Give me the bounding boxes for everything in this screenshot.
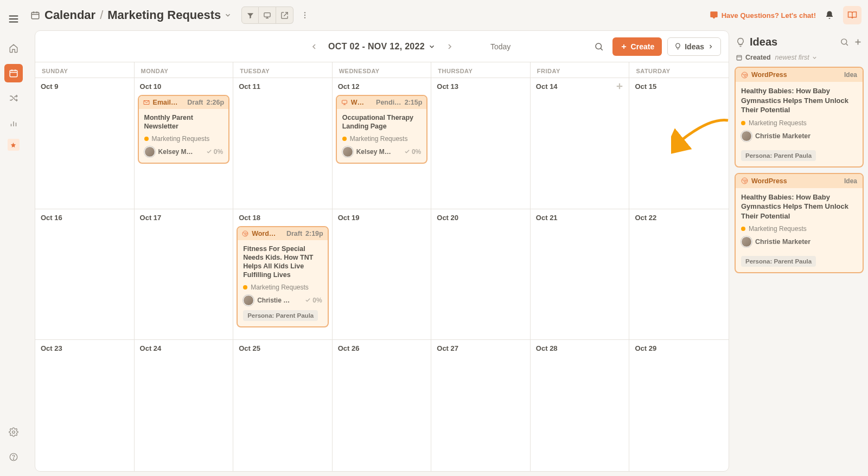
event-card[interactable]: W… Pendi… 2:15p Occupational Therapy Lan…: [336, 95, 428, 164]
svg-point-20: [304, 12, 305, 13]
cell-date: Oct 27: [437, 344, 525, 352]
create-button[interactable]: Create: [612, 37, 662, 56]
idea-type-label: WordPress: [751, 71, 841, 79]
cell-date: Oct 25: [239, 344, 327, 352]
display-button[interactable]: [259, 7, 276, 24]
breadcrumb-root[interactable]: Calendar: [44, 8, 95, 22]
filter-icon: [246, 11, 254, 20]
chevron-right-icon: [707, 43, 714, 50]
calendar-cell[interactable]: Oct 24: [135, 340, 234, 471]
nav-home[interactable]: [4, 39, 23, 57]
breadcrumb-sub-label: Marketing Requests: [107, 8, 221, 22]
cell-date: Oct 20: [437, 214, 525, 222]
nav-settings[interactable]: [4, 423, 23, 441]
cell-date: Oct 22: [635, 214, 723, 222]
event-time: 2:19p: [305, 230, 323, 237]
idea-author: Christie Marketer: [741, 131, 857, 141]
nav-favorites[interactable]: [8, 139, 20, 151]
calendar-cell[interactable]: Oct 20: [431, 209, 531, 340]
create-button-label: Create: [631, 42, 655, 51]
progress-label: 0%: [305, 297, 322, 304]
event-body: Fitness For Special Needs Kids. How TNT …: [238, 240, 328, 326]
event-body: Monthly Parent Newsletter Marketing Requ…: [139, 109, 229, 163]
calendar-cell[interactable]: Oct 17: [135, 209, 234, 340]
nav-calendar[interactable]: [4, 64, 23, 82]
prev-range-button[interactable]: [307, 39, 322, 54]
calendar-cell[interactable]: Oct 26: [333, 340, 432, 471]
hamburger-menu-button[interactable]: [4, 10, 23, 28]
nav-help[interactable]: [4, 448, 23, 466]
event-title: Occupational Therapy Landing Page: [342, 113, 422, 131]
calendar-cell[interactable]: Oct 11: [233, 78, 333, 209]
calendar-cell[interactable]: Oct 18 Word… Draft 2:19p: [233, 209, 333, 340]
calendar-cell[interactable]: Oct 25: [233, 340, 333, 471]
nav-analytics[interactable]: [4, 114, 23, 132]
date-range-dropdown[interactable]: OCT 02 - NOV 12, 2022: [328, 42, 436, 52]
persona-tag: Persona: Parent Paula: [243, 310, 318, 321]
today-button[interactable]: Today: [490, 42, 510, 51]
idea-project: Marketing Requests: [741, 225, 857, 233]
breadcrumb-sub-dropdown[interactable]: Marketing Requests: [107, 8, 232, 22]
more-options-button[interactable]: [298, 7, 312, 24]
ideas-sort-row: Created newest first: [735, 54, 864, 67]
event-title: Monthly Parent Newsletter: [144, 113, 224, 131]
calendar-row: Oct 23 Oct 24 Oct 25 Oct 26 Oct 27 Oct 2…: [35, 340, 729, 471]
idea-card[interactable]: WordPress Idea Healthy Babies: How Baby …: [735, 173, 864, 274]
event-body: Occupational Therapy Landing Page Market…: [337, 109, 427, 163]
calendar-cell[interactable]: Oct 29: [629, 340, 729, 471]
calendar-search-button[interactable]: [591, 38, 607, 55]
bell-icon: [825, 10, 834, 20]
project-label: Marketing Requests: [350, 135, 408, 143]
add-event-button[interactable]: [615, 81, 624, 91]
cell-date: Oct 12: [338, 82, 426, 91]
ideas-search-button[interactable]: [840, 37, 849, 47]
cell-date: Oct 13: [437, 82, 525, 91]
progress-label: 0%: [206, 148, 223, 156]
plus-icon: [853, 37, 863, 47]
cell-date: Oct 19: [338, 214, 426, 222]
calendar-cell[interactable]: Oct 16: [35, 209, 135, 340]
event-status: Pendi…: [376, 99, 401, 106]
assignee-label: Kelsey M…: [356, 148, 401, 156]
cell-date: Oct 23: [41, 344, 129, 352]
progress-label: 0%: [404, 148, 421, 156]
calendar-cell[interactable]: Oct 10 Email… Draft 2:26p: [135, 78, 234, 209]
project-color-dot: [741, 227, 745, 231]
ideas-sort-order-dropdown[interactable]: newest first: [775, 54, 818, 61]
author-label: Christie Marketer: [755, 132, 810, 140]
calendar-cell[interactable]: Oct 21: [531, 209, 630, 340]
calendar-cell[interactable]: Oct 27: [431, 340, 531, 471]
calendar-cell[interactable]: Oct 9: [35, 78, 135, 209]
notifications-button[interactable]: [820, 6, 839, 24]
ideas-add-button[interactable]: [853, 37, 863, 47]
chat-link[interactable]: Have Questions? Let's chat!: [710, 11, 816, 20]
share-button[interactable]: [276, 7, 293, 24]
weekday-head: THURSDAY: [431, 62, 531, 78]
filter-button[interactable]: [241, 7, 259, 24]
calendar-cell[interactable]: Oct 12 W… Pendi… 2:15p Oc: [333, 78, 432, 209]
calendar-cell[interactable]: Oct 13: [431, 78, 531, 209]
avatar: [342, 146, 353, 157]
docs-button[interactable]: [843, 6, 861, 24]
event-header: Word… Draft 2:19p: [238, 227, 328, 240]
weekday-head: FRIDAY: [531, 62, 630, 78]
event-card[interactable]: Email… Draft 2:26p Monthly Parent Newsle…: [138, 95, 230, 164]
idea-card[interactable]: WordPress Idea Healthy Babies: How Baby …: [735, 67, 864, 168]
plus-icon: [620, 43, 628, 50]
calendar-cell[interactable]: Oct 14: [531, 78, 630, 209]
sort-order-label: newest first: [775, 54, 809, 61]
nav-shuffle[interactable]: [4, 89, 23, 107]
calendar-cell[interactable]: Oct 23: [35, 340, 135, 471]
svg-point-23: [596, 43, 602, 49]
event-status: Draft: [187, 99, 203, 106]
calendar-cell[interactable]: Oct 19: [333, 209, 432, 340]
ideas-toggle-button[interactable]: Ideas: [667, 37, 721, 56]
calendar-cell[interactable]: Oct 22: [629, 209, 729, 340]
calendar-cell[interactable]: Oct 28: [531, 340, 630, 471]
project-color-dot: [243, 285, 247, 290]
event-card[interactable]: Word… Draft 2:19p Fitness For Special Ne…: [237, 226, 329, 327]
ideas-sort-kind-dropdown[interactable]: Created: [736, 54, 771, 61]
calendar-cell[interactable]: Oct 15: [629, 78, 729, 209]
sort-icon: [736, 54, 743, 61]
next-range-button[interactable]: [442, 39, 457, 54]
